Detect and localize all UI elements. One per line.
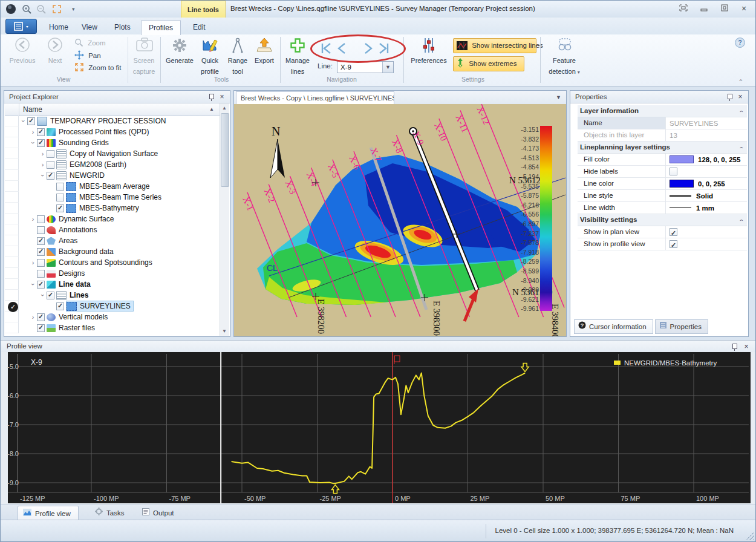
property-value[interactable]: 0, 0, 255 bbox=[666, 178, 747, 189]
property-value[interactable]: 128, 0, 0, 255 bbox=[666, 154, 747, 165]
last-line-button[interactable] bbox=[376, 42, 391, 55]
property-group-header[interactable]: Layer information› bbox=[578, 105, 747, 117]
collapse-icon[interactable]: › bbox=[735, 219, 746, 221]
close-icon[interactable]: × bbox=[218, 93, 226, 102]
tree-row[interactable]: ›EGM2008 (Earth) bbox=[5, 159, 220, 170]
collapse-icon[interactable]: › bbox=[735, 146, 746, 148]
visibility-checkbox[interactable] bbox=[37, 215, 45, 223]
tree-row[interactable]: SURVEYLINES bbox=[5, 301, 220, 312]
screen-capture-button[interactable]: Screen capture bbox=[129, 36, 159, 74]
tab-edit[interactable]: Edit bbox=[186, 20, 213, 34]
visibility-checkbox[interactable] bbox=[27, 117, 35, 125]
color-swatch[interactable] bbox=[670, 155, 694, 163]
property-checkbox[interactable] bbox=[670, 168, 677, 175]
tree-row[interactable]: ›Processed Point files (QPD) bbox=[5, 126, 220, 137]
help-icon[interactable]: ? bbox=[735, 38, 745, 48]
panel-tab-properties[interactable]: Properties bbox=[655, 319, 708, 334]
tree-row[interactable]: ›NEWGRID bbox=[5, 170, 220, 181]
panel-tab-cursor-information[interactable]: ?Cursor information bbox=[574, 319, 653, 334]
visibility-checkbox[interactable] bbox=[37, 226, 45, 234]
color-swatch[interactable] bbox=[670, 180, 694, 188]
export-button[interactable]: Export bbox=[251, 36, 278, 74]
tree-row[interactable]: Background data bbox=[5, 246, 220, 257]
tab-view[interactable]: View bbox=[74, 20, 105, 34]
minimize-button[interactable] bbox=[697, 4, 711, 14]
visibility-checkbox[interactable] bbox=[37, 313, 45, 321]
view-list-caret[interactable]: ▼ bbox=[556, 94, 561, 100]
tree-row[interactable]: Areas bbox=[5, 235, 220, 246]
tree-scrollbar[interactable]: ▲ ▼ bbox=[220, 103, 229, 336]
range-tool-button[interactable]: Range tool bbox=[224, 36, 251, 74]
view-tab[interactable]: Brest Wrecks - Copy \ Lines.qgfline \ SU… bbox=[236, 91, 394, 104]
expander-icon[interactable]: › bbox=[29, 128, 37, 136]
visibility-checkbox[interactable] bbox=[56, 194, 64, 201]
visibility-checkbox[interactable] bbox=[37, 128, 45, 136]
expander-icon[interactable]: › bbox=[30, 139, 37, 147]
visibility-checkbox[interactable] bbox=[47, 292, 54, 299]
tree-row[interactable]: ›Line data bbox=[5, 279, 220, 290]
collapse-icon[interactable]: › bbox=[735, 110, 746, 112]
feature-detection-button[interactable]: Feature detection ▾ bbox=[544, 36, 585, 74]
plan-view-map[interactable]: CLX-1X-2X-3X-4X-5X-6X-7X-8X-9X-10X-11X-1… bbox=[234, 104, 566, 336]
manage-lines-button[interactable]: Manage lines bbox=[282, 36, 313, 74]
expander-icon[interactable]: › bbox=[29, 259, 37, 266]
tab-profiles[interactable]: Profiles bbox=[141, 20, 181, 35]
tree-row[interactable]: ›Lines bbox=[5, 290, 220, 301]
next-button[interactable]: Next bbox=[39, 36, 71, 74]
tree-row[interactable]: ›Vertical models bbox=[5, 312, 220, 322]
close-icon[interactable]: × bbox=[742, 343, 751, 351]
expander-icon[interactable]: › bbox=[39, 161, 47, 168]
visibility-checkbox[interactable] bbox=[37, 324, 45, 332]
zoom-button[interactable]: Zoom bbox=[74, 38, 106, 49]
tab-home[interactable]: Home bbox=[42, 20, 76, 34]
tree-row[interactable]: Raster files bbox=[5, 322, 220, 333]
property-value[interactable] bbox=[666, 226, 747, 238]
app-logo-icon[interactable] bbox=[5, 4, 16, 15]
tree-row[interactable]: Designs bbox=[5, 268, 220, 279]
expander-icon[interactable]: › bbox=[29, 313, 37, 321]
scroll-up-icon[interactable]: ▲ bbox=[220, 103, 229, 113]
zoom-in-icon[interactable] bbox=[21, 4, 32, 15]
property-group-header[interactable]: Lineplanning layer settings› bbox=[578, 142, 747, 154]
pin-icon[interactable] bbox=[208, 94, 214, 101]
tree-row[interactable]: ›Sounding Grids bbox=[5, 137, 220, 148]
bottom-tab-tasks[interactable]: Tasks bbox=[90, 506, 131, 520]
collapse-ribbon-icon[interactable]: › bbox=[737, 79, 744, 81]
pin-icon[interactable] bbox=[726, 94, 732, 101]
profile-chart[interactable]: -5.0-6.0-7.0-8.0-9.0-125 MP-100 MP-75 MP… bbox=[1, 352, 756, 504]
property-checkbox[interactable] bbox=[670, 240, 677, 248]
chevron-down-icon[interactable]: ▼ bbox=[382, 62, 393, 73]
zoom-out-icon[interactable] bbox=[36, 4, 47, 15]
scroll-down-icon[interactable]: ▼ bbox=[220, 327, 229, 336]
tree-row[interactable]: MBES-Beam Time Series bbox=[5, 192, 220, 203]
expander-icon[interactable]: › bbox=[29, 215, 37, 223]
visibility-checkbox[interactable] bbox=[37, 281, 45, 289]
property-group-header[interactable]: Visibility settings› bbox=[578, 214, 747, 226]
expander-icon[interactable]: › bbox=[39, 150, 47, 157]
bottom-tab-output[interactable]: Output bbox=[137, 506, 181, 520]
show-extremes-toggle[interactable]: Show extremes bbox=[453, 56, 524, 71]
visibility-checkbox[interactable] bbox=[37, 139, 45, 147]
tab-plots[interactable]: Plots bbox=[107, 20, 138, 34]
pin-icon[interactable] bbox=[731, 344, 737, 351]
previous-line-button[interactable] bbox=[334, 42, 350, 55]
fullscreen-button[interactable] bbox=[677, 4, 690, 14]
visibility-checkbox[interactable] bbox=[37, 270, 45, 278]
visibility-checkbox[interactable] bbox=[56, 302, 64, 310]
tree-column-header[interactable]: Name ▲ bbox=[5, 103, 220, 116]
visibility-checkbox[interactable] bbox=[37, 248, 45, 256]
generate-button[interactable]: Generate bbox=[164, 36, 195, 74]
tree-row[interactable]: ›TEMPORARY PROJECT SESSION bbox=[5, 116, 220, 126]
tree-row[interactable]: ›Dynamic Surface bbox=[5, 214, 220, 224]
tree-row[interactable]: ›Contours and Spotsoundings bbox=[5, 257, 220, 268]
close-icon[interactable]: × bbox=[736, 93, 745, 102]
next-line-button[interactable] bbox=[360, 42, 376, 55]
preferences-button[interactable]: Preferences bbox=[409, 36, 448, 74]
visibility-checkbox[interactable] bbox=[37, 237, 45, 245]
close-button[interactable]: × bbox=[737, 4, 751, 14]
show-intersecting-lines-toggle[interactable]: Show intersecting lines bbox=[453, 38, 536, 53]
tree-row[interactable]: MBES-Bathymetry bbox=[5, 203, 220, 214]
tree-row[interactable]: MBES-Beam Average bbox=[5, 181, 220, 192]
visibility-checkbox[interactable] bbox=[37, 259, 45, 267]
restore-button[interactable] bbox=[718, 4, 731, 14]
